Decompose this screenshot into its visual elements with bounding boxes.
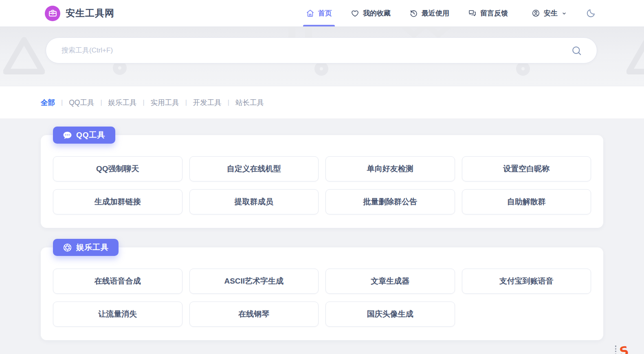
active-nav-indicator — [303, 25, 335, 26]
section-card-qq-tools: QQ工具QQ强制聊天自定义在线机型单向好友检测设置空白昵称生成加群链接提取群成员… — [41, 135, 603, 228]
nav-item-feedback[interactable]: 留言反馈 — [468, 0, 508, 26]
search-input[interactable] — [61, 46, 571, 55]
tool-button[interactable]: 生成加群链接 — [53, 189, 182, 214]
nav-item-recent[interactable]: 最近使用 — [409, 0, 449, 26]
top-navbar: 安生工具网 首页我的收藏最近使用留言反馈安生 — [0, 0, 644, 27]
nav-menu: 首页我的收藏最近使用留言反馈安生 — [306, 0, 596, 26]
user-menu[interactable]: 安生 — [532, 0, 567, 26]
tool-button[interactable]: 设置空白昵称 — [462, 156, 591, 181]
section-title: QQ工具 — [76, 130, 106, 140]
tool-grid: QQ强制聊天自定义在线机型单向好友检测设置空白昵称生成加群链接提取群成员批量删除… — [53, 156, 591, 214]
username: 安生 — [544, 9, 558, 18]
filter-separator: | — [143, 99, 145, 106]
nav-label: 我的收藏 — [363, 9, 391, 18]
decorative-triangle — [3, 37, 45, 75]
tools-main: QQ工具QQ强制聊天自定义在线机型单向好友检测设置空白昵称生成加群链接提取群成员… — [0, 135, 644, 340]
filter-utility-tools[interactable]: 实用工具 — [151, 98, 179, 107]
tool-button[interactable]: 国庆头像生成 — [325, 302, 455, 327]
tool-button[interactable]: 支付宝到账语音 — [462, 269, 591, 294]
search-bar — [46, 37, 597, 63]
filter-separator: | — [185, 99, 187, 106]
theme-toggle[interactable] — [586, 0, 596, 26]
moon-icon — [586, 8, 596, 18]
tool-button[interactable]: 自助解散群 — [462, 189, 591, 214]
heart-icon — [351, 9, 359, 17]
nav-label: 最近使用 — [422, 9, 449, 18]
section-title: 娱乐工具 — [76, 242, 109, 253]
nav-label: 首页 — [318, 9, 332, 18]
nav-item-home[interactable]: 首页 — [306, 0, 332, 26]
decorative-triangle — [626, 37, 644, 75]
tool-button[interactable]: ASCII艺术字生成 — [189, 269, 319, 294]
chat-bubble-icon — [63, 131, 72, 140]
site-title: 安生工具网 — [66, 7, 114, 20]
decorative-zigzag — [399, 27, 453, 38]
tool-button[interactable]: 在线钢琴 — [189, 302, 319, 327]
nav-label: 留言反馈 — [480, 9, 508, 18]
filter-entertainment-tools[interactable]: 娱乐工具 — [108, 98, 137, 107]
aperture-icon — [63, 243, 72, 252]
filter-separator: | — [100, 99, 102, 106]
decorative-ring — [516, 62, 530, 76]
tool-button[interactable]: QQ强制聊天 — [53, 156, 182, 181]
search-icon[interactable] — [571, 45, 582, 56]
watermark-dots — [615, 345, 616, 354]
decorative-ring — [314, 62, 328, 76]
nav-item-favorites[interactable]: 我的收藏 — [351, 0, 391, 26]
history-icon — [409, 9, 418, 17]
filter-separator: | — [61, 99, 63, 106]
tool-button[interactable]: 自定义在线机型 — [189, 156, 319, 181]
filter-webmaster-tools[interactable]: 站长工具 — [235, 98, 264, 107]
tool-button[interactable]: 让流量消失 — [53, 302, 182, 327]
filter-dev-tools[interactable]: 开发工具 — [193, 98, 222, 107]
tool-button[interactable]: 单向好友检测 — [325, 156, 455, 181]
hero-search-section — [0, 27, 644, 86]
tool-button[interactable]: 提取群成员 — [189, 189, 319, 214]
user-icon — [532, 9, 540, 17]
category-filter-bar: 全部|QQ工具|娱乐工具|实用工具|开发工具|站长工具 — [0, 86, 644, 118]
tool-button[interactable]: 文章生成器 — [325, 269, 455, 294]
chevron-down-icon — [561, 11, 567, 16]
brand[interactable]: 安生工具网 — [45, 6, 114, 21]
toolbox-logo-icon — [45, 6, 60, 21]
screenshot-watermark: S — [615, 345, 629, 354]
section-badge-qq-tools: QQ工具 — [53, 127, 115, 144]
feedback-icon — [468, 9, 477, 17]
tool-grid: 在线语音合成ASCII艺术字生成文章生成器支付宝到账语音让流量消失在线钢琴国庆头… — [53, 269, 591, 327]
watermark-logo: S — [618, 344, 629, 354]
filter-all[interactable]: 全部 — [41, 98, 55, 107]
home-icon — [306, 9, 314, 17]
filter-qq-tools[interactable]: QQ工具 — [69, 98, 94, 107]
tool-button[interactable]: 在线语音合成 — [53, 269, 182, 294]
filter-separator: | — [228, 99, 229, 106]
tool-button[interactable]: 批量删除群公告 — [325, 189, 455, 214]
section-card-entertainment-tools: 娱乐工具在线语音合成ASCII艺术字生成文章生成器支付宝到账语音让流量消失在线钢… — [41, 247, 603, 340]
section-badge-entertainment-tools: 娱乐工具 — [53, 239, 119, 256]
